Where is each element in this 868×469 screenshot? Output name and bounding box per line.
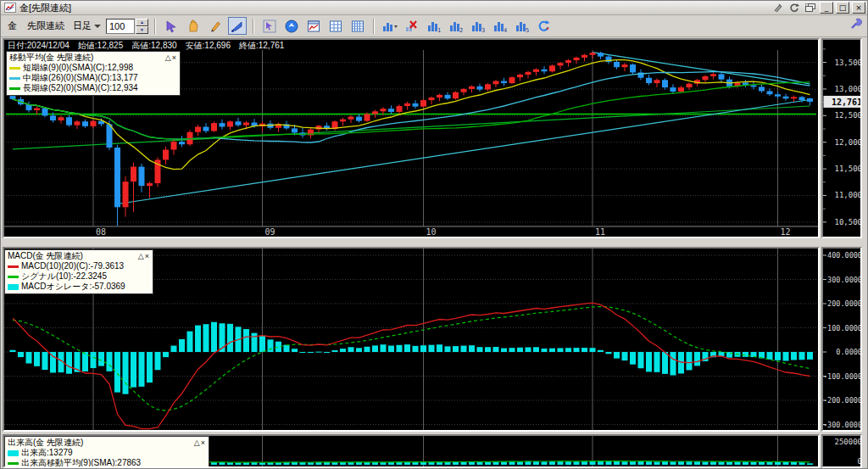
refresh-window-icon[interactable] <box>787 3 801 14</box>
bar-count-input[interactable] <box>106 19 135 34</box>
legend-minimize-close-buttons[interactable]: △× <box>138 251 150 261</box>
histogram-bar <box>356 348 362 352</box>
histogram-bar <box>445 346 451 352</box>
panel-2-icon[interactable]: 2 <box>447 17 465 35</box>
macd-axis-label: -200.0000 <box>823 396 862 405</box>
symbol-menu[interactable]: 金 <box>4 18 20 34</box>
close-button[interactable]: × <box>852 2 865 14</box>
histogram-bar <box>646 352 652 371</box>
histogram-bar <box>155 352 161 370</box>
minimize-button[interactable]: _ <box>820 2 833 14</box>
titlebar[interactable]: 金[先限連続] _ □ × <box>1 1 867 15</box>
volume-axis-label: 0 <box>858 457 862 466</box>
grid-large-icon[interactable] <box>348 17 367 35</box>
histogram-bar <box>381 344 387 352</box>
market-menu[interactable]: 先限連続 <box>24 18 68 34</box>
histogram-bar <box>18 352 24 357</box>
sma-mid-swatch <box>9 77 20 80</box>
info-open: 始値:12,825 <box>78 41 123 50</box>
select-cursor-icon[interactable] <box>162 17 181 35</box>
candle-body <box>58 117 64 120</box>
candle-body <box>82 121 88 126</box>
candle-body <box>533 70 539 72</box>
volume-legend-title: 出来高(金 先限連続) <box>8 438 83 448</box>
bar-count-spinner[interactable]: ▲ ▼ <box>106 19 148 34</box>
macd-legend[interactable]: MACD(金 先限連続) △× MACD(10)(20)(C):-79.3613… <box>4 249 153 294</box>
crosshair-tool-icon[interactable] <box>260 17 279 35</box>
period-dropdown[interactable]: 日足 <box>71 18 103 34</box>
app-chart-icon <box>4 3 16 13</box>
panel-3-icon[interactable]: 3 <box>469 17 487 35</box>
candle-body <box>791 97 797 98</box>
draw-pencil-icon[interactable] <box>206 17 225 35</box>
volume-legend[interactable]: 出来高(金 先限連続) △× 出来高:13279 出来高移動平均(9)(SMA)… <box>4 436 209 468</box>
signal-line-swatch <box>8 276 19 278</box>
pan-hand-icon[interactable] <box>184 17 203 35</box>
candle-body <box>581 55 587 58</box>
cascade-windows-icon[interactable] <box>804 3 817 14</box>
legend-item: 長期線(52)(0)(SMA)(C):12,934 <box>9 83 177 93</box>
histogram-bar <box>308 352 314 353</box>
candle-body <box>622 64 628 67</box>
price-plot[interactable]: 日付:2024/12/04始値:12,825高値:12,830安値:12,696… <box>3 38 820 238</box>
candle-body <box>654 80 660 83</box>
histogram-bar <box>549 349 555 352</box>
candle-body <box>646 78 652 83</box>
histogram-bar <box>429 345 435 352</box>
histogram-bar <box>453 346 459 352</box>
candle-body <box>381 109 387 111</box>
panel-1-icon[interactable]: 1 <box>425 17 443 35</box>
remove-indicator-icon[interactable] <box>403 17 421 35</box>
histogram-bar <box>565 348 571 352</box>
refresh-icon[interactable] <box>535 17 554 35</box>
histogram-bar <box>203 324 209 352</box>
info-low: 安値:12,696 <box>186 41 231 50</box>
price-axis[interactable]: 13,50013,00012,50012,00011,50011,00010,5… <box>821 38 862 238</box>
volume-bar <box>799 462 805 465</box>
indicator-menu-icon[interactable] <box>381 17 399 35</box>
histogram-bar <box>292 349 298 352</box>
chart-window: 金[先限連続] _ □ × 金 先限連続 日足 ▲ ▼ <box>0 0 868 469</box>
panel-splitter[interactable] <box>1 238 867 247</box>
grid-small-icon[interactable] <box>326 17 345 35</box>
candle-body <box>420 100 426 107</box>
panel-5-icon[interactable]: 5 <box>513 17 531 35</box>
settings-wrench-icon[interactable] <box>850 18 862 33</box>
macd-axis-label: 100.0000 <box>827 324 862 332</box>
sma-mid-label: 中期線(26)(0)(SMA)(C):13,177 <box>23 73 138 83</box>
histogram-bar <box>694 352 700 366</box>
maximize-button[interactable]: □ <box>836 2 849 14</box>
volume-axis[interactable]: 2500000 <box>821 434 862 468</box>
pin-icon[interactable] <box>771 3 785 14</box>
legend-minimize-close-buttons[interactable]: △× <box>194 438 206 448</box>
histogram-bar <box>542 349 548 352</box>
trendline-tool-icon[interactable] <box>228 17 247 35</box>
candle-body <box>348 117 354 120</box>
new-chart-window-icon[interactable] <box>304 17 323 35</box>
toolbar-separator <box>154 19 156 34</box>
volume-plot[interactable]: 出来高(金 先限連続) △× 出来高:13279 出来高移動平均(9)(SMA)… <box>3 434 820 468</box>
candle-body <box>598 53 604 56</box>
candle-body <box>131 167 136 182</box>
navigate-icon[interactable] <box>282 17 301 35</box>
histogram-bar <box>348 347 354 352</box>
ma-legend[interactable]: 移動平均(金 先限連続) △× 短期線(9)(0)(SMA)(C):12,998… <box>6 51 181 96</box>
legend-minimize-close-buttons[interactable]: △× <box>165 53 177 63</box>
spin-up-button[interactable]: ▲ <box>136 19 148 26</box>
macd-plot[interactable]: MACD(金 先限連続) △× MACD(10)(20)(C):-79.3613… <box>3 247 820 432</box>
x-axis-month-label: 10 <box>426 227 437 237</box>
candle-body <box>75 121 81 125</box>
price-axis-label: 13,500 <box>834 59 862 67</box>
histogram-bar <box>493 347 499 352</box>
spin-down-button[interactable]: ▼ <box>136 26 148 34</box>
macd-axis[interactable]: 400.0000300.0000200.0000100.00000.0000-1… <box>821 247 862 432</box>
candle-body <box>662 80 668 87</box>
panel-4-icon[interactable]: 4 <box>491 17 509 35</box>
histogram-bar <box>259 336 265 352</box>
volume-ma-label: 出来高移動平均(9)(SMA):27863 <box>21 458 141 468</box>
volume-panel-row: 出来高(金 先限連続) △× 出来高:13279 出来高移動平均(9)(SMA)… <box>3 434 862 468</box>
candle-body <box>220 123 225 126</box>
histogram-bar <box>82 352 88 371</box>
candle-body <box>356 117 362 121</box>
candle-body <box>710 74 716 76</box>
